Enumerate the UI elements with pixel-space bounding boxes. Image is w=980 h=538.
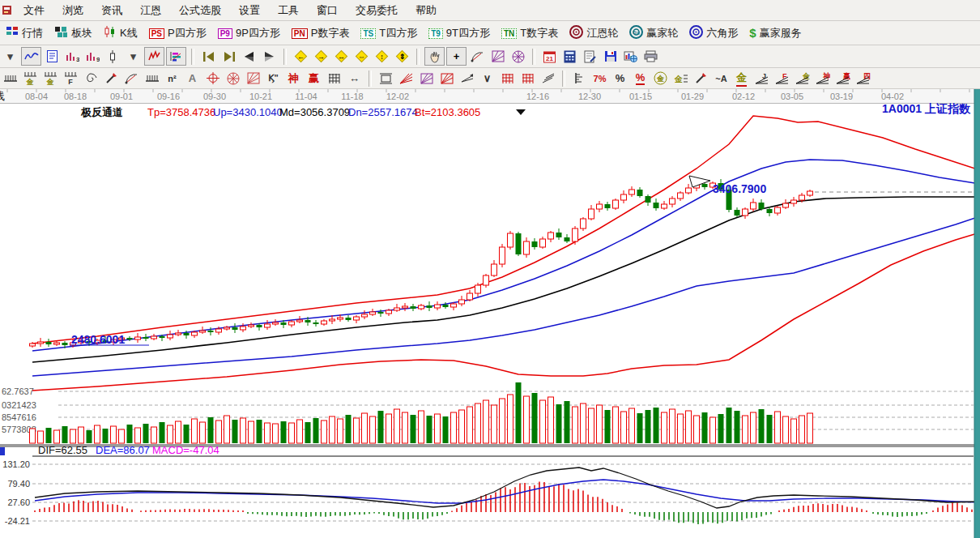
- quotes-button[interactable]: 行情: [0, 23, 49, 44]
- n-squared-icon[interactable]: n²: [163, 70, 181, 87]
- 9t-square-button[interactable]: T99T四方形: [423, 23, 496, 44]
- hexagon-button[interactable]: 六角形: [684, 23, 744, 44]
- menu-item-help[interactable]: 帮助: [407, 0, 445, 20]
- shen-tool-icon[interactable]: 神: [284, 70, 303, 87]
- kline-3-icon[interactable]: 3: [63, 48, 82, 65]
- parallel-lines-icon[interactable]: [539, 70, 557, 87]
- 9p-square-button[interactable]: P99P四方形: [212, 23, 286, 44]
- volume-profile-icon[interactable]: [166, 47, 186, 66]
- notes-icon[interactable]: [581, 48, 599, 65]
- compress-x-icon[interactable]: ⇔: [352, 48, 371, 65]
- page-next-icon[interactable]: [260, 48, 279, 65]
- p-square-button[interactable]: PSP四方形: [143, 23, 212, 44]
- grid-arrow-icon[interactable]: [518, 70, 537, 87]
- angle-lines-icon[interactable]: [458, 70, 476, 87]
- export-chart-icon[interactable]: [621, 48, 640, 65]
- crosshair-icon[interactable]: +: [446, 47, 467, 66]
- expand-y-icon[interactable]: ↕: [373, 48, 391, 65]
- grid-123-icon[interactable]: [325, 70, 343, 87]
- menu-item-formula-picker[interactable]: 公式选股: [170, 0, 230, 20]
- menu-item-file[interactable]: 文件: [15, 0, 53, 20]
- marker-pen-icon[interactable]: [102, 70, 121, 87]
- web-box-icon[interactable]: [244, 70, 262, 87]
- v-lines-icon[interactable]: ∨: [478, 70, 496, 87]
- stock-picker-icon[interactable]: [21, 47, 41, 66]
- angle-si-icon[interactable]: 四: [854, 70, 872, 87]
- sectors-button[interactable]: 板块: [49, 23, 98, 44]
- toolbar-dropdown-icon[interactable]: ▾: [1, 48, 19, 65]
- menu-item-trade-order[interactable]: 交易委托: [347, 0, 407, 20]
- gann-grid-purple-icon[interactable]: [488, 48, 507, 65]
- web-star-icon[interactable]: [224, 70, 242, 87]
- gann-comb-gold-icon[interactable]: 金: [21, 70, 40, 87]
- menu-item-gann[interactable]: 江恩: [131, 0, 170, 20]
- box-tool-icon[interactable]: [377, 70, 395, 87]
- gold-underline-icon[interactable]: 金: [732, 70, 751, 87]
- t-square-button[interactable]: TST四方形: [355, 23, 423, 44]
- spiral-icon[interactable]: [82, 70, 100, 87]
- circle-compass-icon[interactable]: [122, 70, 141, 87]
- fan-lines-icon[interactable]: [397, 70, 415, 87]
- percent-frame-icon[interactable]: 7%: [590, 70, 609, 87]
- target-red-icon[interactable]: [203, 70, 222, 87]
- menu-item-tools[interactable]: 工具: [269, 0, 308, 20]
- t-table-button[interactable]: TNT数字表: [496, 23, 564, 44]
- angle-shen-icon[interactable]: 神: [813, 70, 832, 87]
- shift-left-icon[interactable]: ←: [292, 48, 310, 65]
- gann-comb-gold2-icon[interactable]: 金: [41, 70, 60, 87]
- right-edge-scroll-strip[interactable]: [974, 89, 980, 538]
- angle-f-icon[interactable]: F: [773, 70, 791, 87]
- svg-text:赢: 赢: [842, 72, 850, 80]
- shift-right-icon[interactable]: →: [312, 48, 330, 65]
- f10-document-icon[interactable]: [43, 48, 62, 65]
- app-icon: [1, 2, 14, 19]
- percent-icon[interactable]: %: [611, 70, 629, 87]
- expand-x-icon[interactable]: ↔: [332, 48, 351, 65]
- chart-canvas[interactable]: 08-0408-1809-0109-1609-3010-2111-0411-18…: [0, 89, 980, 538]
- angle-measure-icon[interactable]: [468, 48, 487, 65]
- mirror-a-icon[interactable]: A: [183, 70, 202, 87]
- menu-item-settings[interactable]: 设置: [230, 0, 269, 20]
- menu-item-browse[interactable]: 浏览: [53, 0, 92, 20]
- wave-a-icon[interactable]: ~A: [712, 70, 731, 87]
- width-measure-icon[interactable]: ↔: [345, 70, 364, 87]
- fan-box-red-icon[interactable]: [437, 70, 456, 87]
- go-first-icon[interactable]: [199, 48, 218, 65]
- menu-item-window[interactable]: 窗口: [308, 0, 347, 20]
- angle-gold-icon[interactable]: 金: [793, 70, 812, 87]
- angle-j-icon[interactable]: J: [752, 70, 771, 87]
- grid-red-icon[interactable]: [498, 70, 517, 87]
- gann-comb-f-icon[interactable]: F: [62, 70, 80, 87]
- calendar-icon[interactable]: 21: [540, 48, 559, 65]
- kline-9-icon[interactable]: 9: [83, 48, 102, 65]
- candle-style-dropdown-icon[interactable]: ▾: [124, 48, 143, 65]
- menu-item-news[interactable]: 资讯: [92, 0, 131, 20]
- feature-label: 9T四方形: [446, 26, 490, 41]
- trend-pen-icon[interactable]: [692, 70, 710, 87]
- winner-service-button[interactable]: $赢家服务: [744, 23, 807, 44]
- winner-wheel-button[interactable]: Big赢家轮: [624, 23, 684, 44]
- candle-style-icon[interactable]: [104, 48, 122, 65]
- fan-box-purple-icon[interactable]: [417, 70, 436, 87]
- save-icon[interactable]: [601, 48, 620, 65]
- ying-tool-icon[interactable]: 赢: [305, 70, 323, 87]
- gann-web-purple-icon[interactable]: [509, 48, 527, 65]
- expand-all-icon[interactable]: ⇕: [393, 48, 411, 65]
- gann-comb-icon[interactable]: [1, 70, 19, 87]
- gold-circle-icon[interactable]: 金: [651, 70, 670, 87]
- print-icon[interactable]: [641, 48, 660, 65]
- comb-fine-icon[interactable]: [143, 70, 161, 87]
- percent-line-icon[interactable]: %: [631, 70, 650, 87]
- gold-lines-icon[interactable]: 金: [671, 70, 690, 87]
- pattern-match-icon[interactable]: [144, 47, 164, 66]
- go-last-icon[interactable]: [219, 48, 238, 65]
- price-scale-icon[interactable]: [570, 70, 589, 87]
- p-table-button[interactable]: PNP数字表: [286, 23, 356, 44]
- page-prev-icon[interactable]: [240, 48, 258, 65]
- gann-wheel-button[interactable]: 江恩轮: [564, 23, 624, 44]
- k-quote-icon[interactable]: Ϗ": [264, 70, 283, 87]
- pan-hand-icon[interactable]: [424, 47, 445, 66]
- angle-ying-icon[interactable]: 赢: [833, 70, 852, 87]
- calculator-icon[interactable]: [560, 48, 579, 65]
- kline-button[interactable]: K线: [98, 23, 143, 44]
